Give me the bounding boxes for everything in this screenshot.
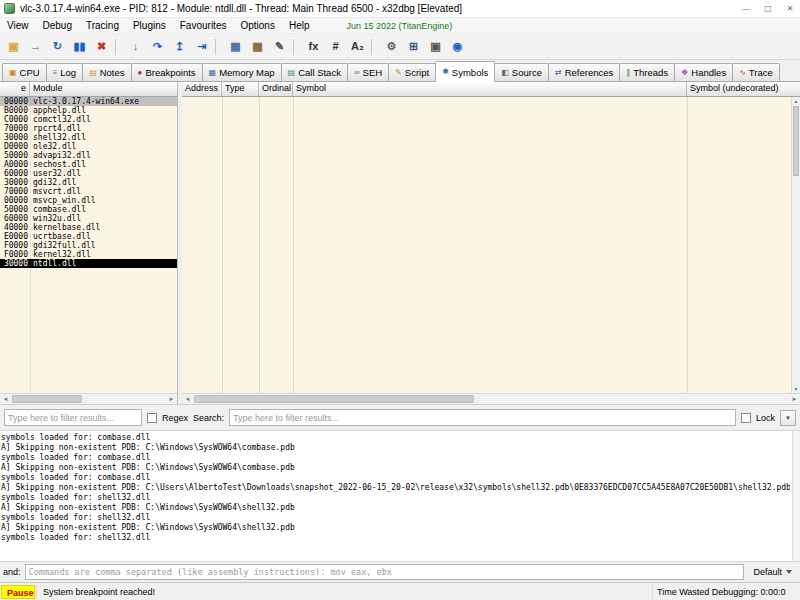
menu-item[interactable]: View: [0, 19, 36, 32]
scroll-left-icon[interactable]: ◄: [182, 394, 193, 404]
settings-button[interactable]: ⚙: [381, 37, 402, 57]
symbols-column-header[interactable]: Type: [222, 82, 259, 96]
module-row[interactable]: 30000 gdi32.dll: [0, 178, 177, 187]
toolbar-button[interactable]: [371, 39, 378, 55]
modules-column-header[interactable]: Module: [30, 82, 177, 96]
tab-log[interactable]: ≡ Log: [46, 63, 84, 81]
restart-button[interactable]: ↻: [47, 37, 68, 57]
symbols-column-header[interactable]: Symbol (undecorated): [687, 82, 800, 96]
highlight-button[interactable]: fx: [303, 37, 324, 57]
module-row[interactable]: F0000 kernel32.dll: [0, 250, 177, 259]
module-row[interactable]: C0000 comctl32.dll: [0, 115, 177, 124]
tab-threads[interactable]: ∥ Threads: [619, 63, 675, 81]
module-row[interactable]: 50000 advapi32.dll: [0, 151, 177, 160]
module-row[interactable]: 40000 kernelbase.dll: [0, 223, 177, 232]
module-row[interactable]: A0000 sechost.dll: [0, 160, 177, 169]
module-row[interactable]: 30000 ntdll.dll: [0, 259, 177, 268]
run-to-cursor-button[interactable]: ⇥: [191, 37, 212, 57]
log-line: symbols loaded for: combase.dll: [1, 453, 790, 463]
search-options-dropdown[interactable]: ▼: [780, 410, 796, 426]
tab-references[interactable]: ⇄ References: [548, 63, 620, 81]
memory-map-button[interactable]: ▦: [225, 37, 246, 57]
step-over-button[interactable]: ↷: [147, 37, 168, 57]
scroll-down-icon[interactable]: ▼: [792, 386, 800, 392]
menu-item[interactable]: Favourites: [173, 19, 234, 32]
menu-item[interactable]: Debug: [36, 19, 79, 32]
menu-item[interactable]: Options: [233, 19, 281, 32]
log-vscrollbar[interactable]: [792, 431, 800, 561]
toolbar-button[interactable]: [215, 39, 222, 55]
module-row[interactable]: D0000 ole32.dll: [0, 142, 177, 151]
scrollbar-thumb[interactable]: [12, 395, 82, 403]
toolbar-button[interactable]: [293, 39, 300, 55]
calculator-button[interactable]: ⊞: [403, 37, 424, 57]
scroll-up-icon[interactable]: ▲: [792, 98, 800, 104]
assembler-button[interactable]: A₂: [347, 37, 368, 57]
stop-button[interactable]: ✖: [91, 37, 112, 57]
step-into-button[interactable]: ↓: [125, 37, 146, 57]
menu-items: View Debug Tracing Plugins Favourites Op…: [0, 19, 317, 32]
symbols-vscrollbar[interactable]: ▲ ▼: [791, 97, 800, 393]
tab-notes[interactable]: ▤ Notes: [82, 63, 131, 81]
update-button[interactable]: ◉: [447, 37, 468, 57]
lock-checkbox[interactable]: [741, 413, 751, 423]
minimize-button[interactable]: —: [740, 4, 752, 13]
menu-item[interactable]: Tracing: [79, 19, 126, 32]
command-label: and:: [3, 567, 21, 577]
menu-item[interactable]: Help: [282, 19, 317, 32]
run-button[interactable]: →: [25, 37, 46, 57]
tab-symbols[interactable]: ✱ Symbols: [435, 61, 495, 82]
module-row[interactable]: 60000 win32u.dll: [0, 214, 177, 223]
cpu-chip-button[interactable]: ▣: [425, 37, 446, 57]
scroll-right-icon[interactable]: ►: [166, 394, 177, 404]
symbols-hscrollbar[interactable]: ◄ ►: [182, 393, 800, 404]
run-arrow-icon: →: [30, 41, 41, 52]
symbols-panel: Address Type Ordinal Symbol Symbol (unde…: [182, 82, 800, 404]
scroll-left-icon[interactable]: ◄: [0, 394, 11, 404]
module-row[interactable]: 60000 user32.dll: [0, 169, 177, 178]
modules-hscrollbar[interactable]: ◄ ►: [0, 393, 177, 404]
tab-breakpoints[interactable]: ● Breakpoints: [131, 63, 203, 81]
module-row[interactable]: E0000 ucrtbase.dll: [0, 232, 177, 241]
patches-button[interactable]: ▩: [247, 37, 268, 57]
module-row[interactable]: 70000 rpcrt4.dll: [0, 124, 177, 133]
comments-button[interactable]: ✎: [269, 37, 290, 57]
module-row[interactable]: 70000 msvcrt.dll: [0, 187, 177, 196]
tab-seh[interactable]: ∞ SEH: [347, 63, 389, 81]
symbols-column-header[interactable]: Address: [182, 82, 222, 96]
module-row[interactable]: 30000 shell32.dll: [0, 133, 177, 142]
pause-button[interactable]: ▮▮: [69, 37, 90, 57]
symbols-column-header[interactable]: Symbol: [293, 82, 687, 96]
scrollbar-thumb[interactable]: [194, 395, 474, 403]
module-row[interactable]: B0000 apphelp.dll: [0, 106, 177, 115]
toolbar-button[interactable]: [115, 39, 122, 55]
module-row[interactable]: 00000 vlc-3.0.17.4-win64.exe: [0, 97, 177, 106]
open-file-button[interactable]: ▣: [3, 37, 24, 57]
modules-column-header[interactable]: e: [0, 82, 30, 96]
labels-button[interactable]: #: [325, 37, 346, 57]
close-button[interactable]: ✕: [784, 4, 796, 13]
menu-item[interactable]: Plugins: [126, 19, 173, 32]
module-filter-input[interactable]: [4, 409, 142, 426]
tab-script[interactable]: ✎ Script: [388, 63, 436, 81]
scroll-right-icon[interactable]: ►: [789, 394, 800, 404]
tab-source[interactable]: ◧ Source: [494, 63, 549, 81]
tab-memory-map[interactable]: ▦ Memory Map: [202, 63, 282, 81]
tab-call-stack[interactable]: ▤ Call Stack: [281, 63, 348, 81]
lock-label: Lock: [756, 413, 775, 423]
scrollbar-thumb[interactable]: [793, 106, 799, 176]
tab-handles[interactable]: ❖ Handles: [674, 63, 733, 81]
regex-checkbox[interactable]: [147, 413, 157, 423]
step-out-button[interactable]: ↥: [169, 37, 190, 57]
tab-trace[interactable]: ∿ Trace: [732, 63, 780, 81]
module-row[interactable]: 00000 msvcp_win.dll: [0, 196, 177, 205]
maximize-button[interactable]: ▢: [762, 4, 774, 13]
symbol-search-input[interactable]: [229, 409, 736, 426]
module-row[interactable]: 50000 combase.dll: [0, 205, 177, 214]
module-row[interactable]: F0000 gdi32full.dll: [0, 241, 177, 250]
tab-cpu[interactable]: ▣ CPU: [2, 63, 47, 81]
symbols-column-header[interactable]: Ordinal: [259, 82, 293, 96]
source-icon: ◧: [501, 69, 509, 77]
command-input[interactable]: [25, 564, 745, 580]
command-profile-select[interactable]: Default: [748, 567, 797, 577]
